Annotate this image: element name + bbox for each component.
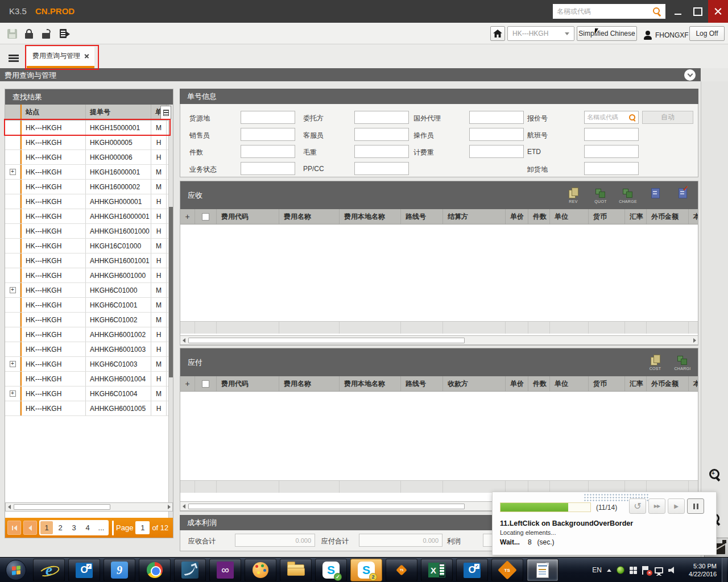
page-number[interactable]: 3 bbox=[68, 521, 80, 534]
tab-close-icon[interactable] bbox=[84, 53, 89, 59]
home-button[interactable] bbox=[490, 26, 505, 41]
column-header[interactable]: 单价 bbox=[506, 376, 528, 391]
maximize-button[interactable] bbox=[689, 0, 707, 23]
field-input[interactable] bbox=[241, 128, 295, 141]
taskbar-outlook-button[interactable]: O✓ bbox=[68, 559, 100, 581]
column-header[interactable]: 本币金额 bbox=[689, 376, 698, 391]
field-input[interactable] bbox=[354, 145, 409, 158]
start-button[interactable] bbox=[6, 560, 26, 580]
expand-icon[interactable] bbox=[10, 361, 16, 367]
result-row[interactable]: HK---HKGHAHHKGH16001000HN bbox=[5, 224, 168, 239]
result-row[interactable]: HK---HKGHAHHKGH6001003HN bbox=[5, 342, 168, 357]
field-input[interactable] bbox=[241, 111, 295, 124]
taskbar-k3-app-button[interactable] bbox=[527, 559, 559, 581]
column-header[interactable]: 外币金额 bbox=[647, 209, 689, 224]
taskbar-ts-button[interactable]: TS bbox=[491, 559, 523, 581]
column-header[interactable]: 汇率 bbox=[625, 376, 647, 391]
taskbar-palette-button[interactable] bbox=[245, 559, 276, 581]
excel-check-icon[interactable]: ✓ bbox=[672, 188, 693, 203]
result-row[interactable]: HK---HKGHHKGH6C01002MN bbox=[5, 313, 168, 327]
scrollbar-thumb[interactable] bbox=[188, 338, 465, 343]
field-input[interactable] bbox=[241, 145, 295, 158]
global-search-input[interactable]: 名稱或代碼 bbox=[553, 4, 665, 19]
result-row[interactable]: HK---HKGHHKGH15000001MH bbox=[5, 120, 168, 135]
prev-page-button[interactable] bbox=[23, 521, 37, 535]
collapse-button[interactable] bbox=[684, 69, 696, 81]
result-row[interactable]: HK---HKGHHKGH16C01000MN bbox=[5, 239, 168, 253]
field-input[interactable] bbox=[241, 162, 295, 175]
scrollbar-thumb[interactable] bbox=[14, 504, 110, 510]
column-header[interactable]: 费用名称 bbox=[279, 376, 340, 391]
menu-button[interactable] bbox=[7, 52, 20, 64]
field-input[interactable] bbox=[469, 111, 524, 124]
field-input[interactable] bbox=[469, 128, 524, 141]
scroll-right-arrow[interactable] bbox=[166, 503, 172, 511]
first-page-button[interactable] bbox=[7, 521, 21, 535]
expand-cell[interactable] bbox=[5, 357, 20, 371]
column-header[interactable]: 货币 bbox=[589, 376, 625, 391]
search-icon[interactable] bbox=[653, 7, 661, 16]
scroll-left-arrow[interactable] bbox=[6, 503, 13, 511]
column-header[interactable]: 路线号 bbox=[401, 376, 443, 391]
page-number[interactable]: 1 bbox=[40, 521, 53, 534]
field-input[interactable]: 名稱或代碼 bbox=[584, 111, 639, 124]
result-row[interactable]: HK---HKGHAHHKGH6001002HN bbox=[5, 327, 168, 342]
recv-total-input[interactable]: 0.000 bbox=[235, 534, 315, 547]
column-header[interactable]: 收款方 bbox=[443, 376, 506, 391]
column-header[interactable]: 汇率 bbox=[625, 209, 647, 224]
select-all-checkbox[interactable] bbox=[202, 380, 209, 388]
tray-clock[interactable]: 5:30 PM 4/22/2016 bbox=[681, 562, 717, 578]
expand-icon[interactable] bbox=[10, 287, 16, 293]
result-row[interactable]: HK---HKGHAHHKGH16001001HN bbox=[5, 253, 168, 268]
column-header-site[interactable]: 站点 bbox=[20, 105, 86, 120]
payable-table-body[interactable] bbox=[180, 392, 698, 480]
taskbar-ie-button[interactable]: e bbox=[33, 559, 65, 581]
zoom-in-button[interactable]: + bbox=[709, 469, 722, 481]
show-desktop-button[interactable] bbox=[722, 558, 727, 582]
taskbar-skype-button[interactable]: S✓ bbox=[315, 559, 347, 581]
column-header[interactable]: 单位 bbox=[550, 376, 589, 391]
taskbar-mysql-button[interactable] bbox=[174, 559, 206, 581]
column-header[interactable]: 路线号 bbox=[401, 209, 443, 224]
taskbar-explorer-button[interactable] bbox=[280, 559, 312, 581]
minimize-button[interactable] bbox=[669, 0, 687, 23]
save-button[interactable] bbox=[6, 27, 18, 40]
rev-icon[interactable]: REV bbox=[562, 188, 584, 203]
charge-icon[interactable]: CHARGE bbox=[617, 188, 639, 203]
taskbar-skype-active-button[interactable]: S2 bbox=[350, 559, 382, 581]
result-row[interactable]: HK---HKGHHKGH000005HH bbox=[5, 135, 168, 150]
result-row[interactable]: HK---HKGHAHHKGH6001005HN bbox=[5, 401, 168, 416]
result-row[interactable]: HK---HKGHHKGH16000002MH bbox=[5, 180, 168, 194]
lock-button[interactable] bbox=[23, 27, 35, 40]
field-input[interactable] bbox=[354, 162, 409, 175]
fast-forward-button[interactable]: ▶▶ bbox=[648, 498, 665, 514]
add-row-button[interactable]: + bbox=[180, 376, 195, 391]
scrollbar-thumb[interactable] bbox=[169, 207, 173, 377]
column-header[interactable]: 费用本地名称 bbox=[340, 209, 401, 224]
column-header[interactable]: 货币 bbox=[589, 209, 625, 224]
field-input[interactable] bbox=[584, 145, 639, 158]
receivable-horizontal-scrollbar[interactable] bbox=[180, 335, 698, 345]
column-header[interactable]: 件数 bbox=[528, 376, 550, 391]
play-button[interactable]: ▶ bbox=[668, 498, 685, 514]
tray-network-icon[interactable] bbox=[655, 567, 663, 573]
column-header[interactable]: 费用代码 bbox=[217, 209, 279, 224]
field-input[interactable] bbox=[469, 145, 524, 158]
field-input[interactable] bbox=[584, 162, 639, 175]
column-header[interactable]: 费用名称 bbox=[279, 209, 340, 224]
result-row[interactable]: HK---HKGHHKGH16000001MH bbox=[5, 165, 168, 180]
expand-cell[interactable] bbox=[5, 283, 20, 297]
result-row[interactable]: HK---HKGHHKGH6C01001MN bbox=[5, 298, 168, 313]
search-icon[interactable] bbox=[629, 114, 636, 121]
result-row[interactable]: HK---HKGHAHHKGH000001HN bbox=[5, 194, 168, 209]
column-header[interactable]: 单价 bbox=[506, 209, 528, 224]
scroll-right-arrow[interactable] bbox=[691, 336, 698, 344]
taskbar-ts-small-button[interactable]: TS bbox=[386, 559, 417, 581]
column-header[interactable]: 件数 bbox=[528, 209, 550, 224]
column-header[interactable]: 本币金额 bbox=[689, 209, 698, 224]
charge-icon[interactable]: CHARGI bbox=[672, 355, 693, 371]
page-input[interactable]: 1 bbox=[135, 521, 150, 534]
taskbar-outlook2-button[interactable]: O✓ bbox=[456, 559, 488, 581]
tray-antivirus-icon[interactable] bbox=[617, 566, 624, 574]
tray-volume-icon[interactable] bbox=[668, 567, 676, 573]
